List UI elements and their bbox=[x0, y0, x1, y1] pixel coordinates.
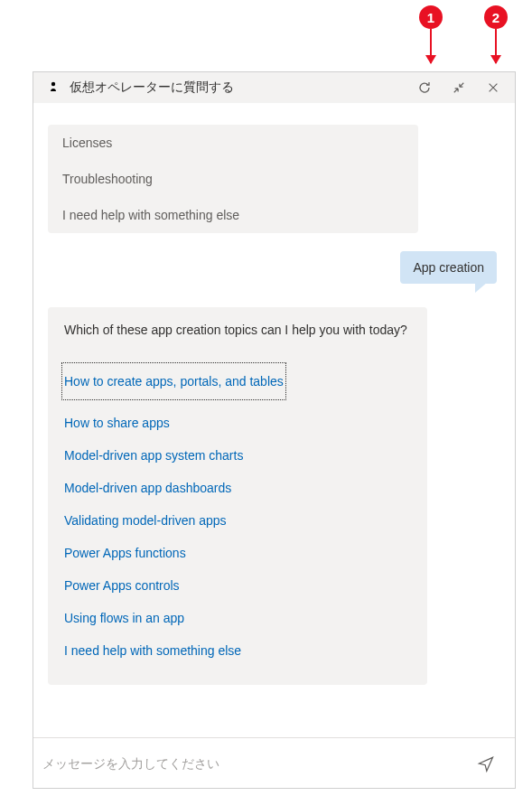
annotation-arrow-2 bbox=[495, 29, 497, 63]
chat-option[interactable]: I need help with something else bbox=[62, 197, 404, 222]
svg-point-0 bbox=[51, 81, 55, 85]
user-message-row: App creation bbox=[48, 251, 500, 284]
chat-scroll-area[interactable]: Licenses Troubleshooting I need help wit… bbox=[33, 103, 515, 737]
bot-message-options: Licenses Troubleshooting I need help wit… bbox=[48, 125, 418, 233]
topic-link[interactable]: Model-driven app system charts bbox=[64, 439, 243, 472]
topic-link[interactable]: Using flows in an app bbox=[64, 602, 184, 634]
topic-link[interactable]: Power Apps functions bbox=[64, 537, 186, 569]
message-input-bar bbox=[33, 737, 515, 788]
close-button[interactable] bbox=[481, 75, 506, 100]
send-button[interactable] bbox=[471, 749, 500, 778]
chat-panel: 仮想オペレーターに質問する Licenses Troubleshooting I… bbox=[33, 71, 516, 789]
message-input[interactable] bbox=[42, 756, 464, 771]
annotation-arrow-1 bbox=[430, 29, 432, 63]
panel-title: 仮想オペレーターに質問する bbox=[70, 80, 403, 96]
bot-message-links: Which of these app creation topics can I… bbox=[48, 307, 427, 685]
bot-icon bbox=[46, 80, 61, 97]
topic-link[interactable]: How to create apps, portals, and tables bbox=[64, 365, 284, 398]
bot-prompt-text: Which of these app creation topics can I… bbox=[64, 322, 411, 340]
refresh-button[interactable] bbox=[412, 75, 437, 100]
minimize-button[interactable] bbox=[446, 75, 471, 100]
topic-link[interactable]: Validating model-driven apps bbox=[64, 504, 227, 537]
user-message: App creation bbox=[400, 251, 497, 284]
panel-header: 仮想オペレーターに質問する bbox=[33, 72, 515, 103]
annotation-badge-2: 2 bbox=[484, 5, 508, 29]
topic-link[interactable]: Power Apps controls bbox=[64, 569, 180, 602]
topic-link[interactable]: How to share apps bbox=[64, 407, 170, 439]
topic-link[interactable]: Model-driven app dashboards bbox=[64, 472, 231, 504]
chat-option[interactable]: Licenses bbox=[62, 136, 404, 161]
chat-option[interactable]: Troubleshooting bbox=[62, 161, 404, 197]
annotation-badge-1: 1 bbox=[419, 5, 443, 29]
topic-link[interactable]: I need help with something else bbox=[64, 634, 241, 667]
